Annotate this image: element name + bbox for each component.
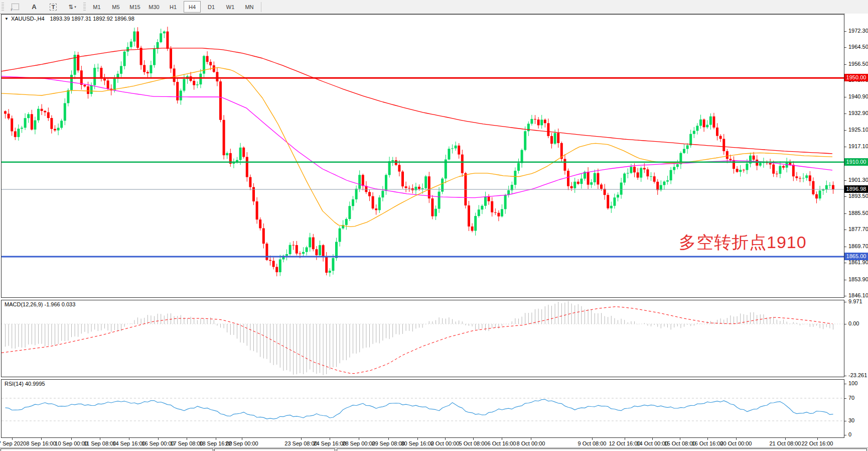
timeframe-button-m1[interactable]: M1 bbox=[88, 1, 105, 13]
date-tick-label: 22 Oct 16:00 bbox=[802, 440, 833, 446]
candle-body bbox=[663, 182, 665, 185]
timeframe-button-m5[interactable]: M5 bbox=[107, 1, 124, 13]
rsi-canvas[interactable] bbox=[2, 380, 844, 437]
date-tick bbox=[330, 438, 330, 440]
candle-body bbox=[620, 183, 623, 195]
candle-body bbox=[471, 227, 474, 231]
date-tick bbox=[625, 438, 625, 440]
candle-body bbox=[637, 172, 639, 177]
candle-body bbox=[176, 82, 179, 100]
date-tick bbox=[445, 438, 446, 440]
macd-canvas[interactable] bbox=[2, 300, 844, 377]
candle-body bbox=[815, 194, 818, 198]
candle-body bbox=[802, 178, 805, 178]
candle-body bbox=[289, 245, 292, 254]
candle-body bbox=[772, 164, 775, 173]
chart-tab[interactable] bbox=[337, 448, 867, 451]
price-tick-label: 1925.10 bbox=[848, 127, 868, 133]
candle-body bbox=[345, 219, 348, 225]
candle-body bbox=[527, 124, 530, 131]
price-axis[interactable]: 1972.301964.501956.501948.701940.901932.… bbox=[845, 14, 868, 447]
candle-body bbox=[332, 258, 334, 271]
candle-body bbox=[54, 129, 56, 131]
text-label-button[interactable]: A bbox=[26, 1, 43, 13]
candle-body bbox=[136, 32, 139, 48]
toolbar-grip[interactable] bbox=[2, 3, 4, 12]
date-tick-label: 14 Oct 00:00 bbox=[637, 440, 668, 446]
price-tick-label: 1877.70 bbox=[848, 226, 868, 232]
candle-body bbox=[709, 117, 712, 125]
date-tick bbox=[680, 438, 680, 440]
timeframe-button-h4[interactable]: H4 bbox=[184, 1, 201, 13]
candle-body bbox=[683, 149, 685, 153]
date-tick-label: 28 Sep 00:00 bbox=[342, 440, 375, 446]
candle-body bbox=[431, 198, 433, 216]
candle-body bbox=[753, 156, 755, 160]
candle-body bbox=[554, 133, 556, 144]
candle-body bbox=[50, 118, 53, 129]
candle-body bbox=[478, 209, 480, 216]
macd-tick bbox=[844, 324, 846, 324]
date-tick-label: 21 Oct 08:00 bbox=[770, 440, 801, 446]
candle-body bbox=[468, 205, 470, 227]
candle-body bbox=[147, 72, 149, 73]
price-tick-label: 1917.10 bbox=[848, 143, 868, 149]
date-tick bbox=[187, 438, 187, 440]
rsi-tick-label: 0 bbox=[848, 431, 851, 437]
price-tick-label: 1893.50 bbox=[848, 193, 868, 199]
date-axis[interactable]: 7 Sep 20208 Sep 16:0010 Sep 00:0011 Sep … bbox=[1, 438, 844, 447]
candle-body bbox=[335, 242, 338, 258]
candle-body bbox=[358, 175, 361, 188]
candle-body bbox=[514, 171, 516, 185]
candle-body bbox=[170, 49, 172, 68]
candle-body bbox=[656, 182, 659, 190]
candle-body bbox=[610, 206, 613, 208]
text-box-button[interactable]: T bbox=[45, 1, 62, 13]
timeframe-button-d1[interactable]: D1 bbox=[203, 1, 220, 13]
date-tick bbox=[301, 438, 302, 440]
candle-body bbox=[209, 62, 212, 65]
candle-body bbox=[272, 261, 275, 267]
candle-body bbox=[580, 179, 583, 184]
symbol-collapse-icon[interactable]: ▼ bbox=[5, 17, 9, 21]
timeframe-button-w1[interactable]: W1 bbox=[222, 1, 239, 13]
date-tick bbox=[158, 438, 159, 440]
candle-body bbox=[455, 146, 457, 149]
candle-body bbox=[504, 195, 507, 209]
candle-body bbox=[64, 103, 66, 121]
price-tick bbox=[844, 180, 846, 181]
macd-pane[interactable]: MACD(12,26,9) -1.966 0.033 bbox=[1, 300, 844, 377]
toolbar-grip[interactable] bbox=[83, 3, 86, 12]
candle-body bbox=[322, 245, 325, 257]
candle-body bbox=[706, 125, 708, 128]
candle-body bbox=[408, 188, 410, 188]
chart-tab[interactable] bbox=[214, 448, 335, 451]
date-tick bbox=[417, 438, 418, 440]
candle-body bbox=[716, 128, 718, 136]
timeframe-button-m30[interactable]: M30 bbox=[146, 1, 163, 13]
timeframe-button-mn[interactable]: MN bbox=[241, 1, 258, 13]
date-tick-label: 14 Sep 16:00 bbox=[112, 440, 145, 446]
candle-body bbox=[223, 120, 225, 155]
date-tick-label: 7 Sep 2020 bbox=[0, 440, 26, 446]
price-badge-1950.00: 1950.00 bbox=[844, 74, 868, 81]
candle-body bbox=[438, 192, 441, 209]
candle-body bbox=[355, 189, 358, 199]
chart-frame-button[interactable]: F bbox=[7, 1, 24, 13]
date-tick bbox=[100, 438, 100, 440]
candle-body bbox=[299, 254, 301, 254]
timeframe-button-m15[interactable]: M15 bbox=[126, 1, 143, 13]
main-chart-canvas[interactable] bbox=[2, 15, 844, 297]
timeframe-button-h1[interactable]: H1 bbox=[165, 1, 182, 13]
date-tick-label: 20 Oct 00:00 bbox=[720, 440, 752, 446]
candle-body bbox=[736, 169, 739, 172]
main-chart-pane[interactable]: ▼ XAUUSD-,H4 1893.39 1897.31 1892.92 189… bbox=[1, 14, 844, 298]
date-tick bbox=[359, 438, 359, 440]
candle-body bbox=[17, 129, 20, 137]
rsi-pane[interactable]: RSI(14) 40.9995 bbox=[1, 379, 844, 438]
candle-body bbox=[597, 173, 599, 185]
chart-tab[interactable] bbox=[1, 448, 213, 451]
candle-body bbox=[11, 119, 13, 132]
arrange-button[interactable]: ⇅ ▾ bbox=[64, 1, 81, 13]
price-tick bbox=[844, 47, 846, 48]
